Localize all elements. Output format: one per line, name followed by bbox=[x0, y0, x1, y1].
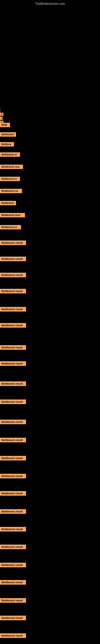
label-bottlenec-text: Bottlene bbox=[0, 142, 14, 146]
label-bottleneck-re-2: Bottleneck re bbox=[0, 177, 20, 181]
small-label-i-text: I bbox=[0, 117, 2, 120]
label-result-29: Bottleneck result bbox=[0, 563, 26, 567]
label-bottleneck-resul: Bottleneck resul bbox=[0, 213, 25, 217]
label-bottleneck-resul-text: Bottleneck resul bbox=[0, 213, 25, 217]
label-result-15: Bottleneck result bbox=[0, 307, 26, 312]
label-result-14: Bottleneck result bbox=[0, 289, 26, 294]
label-result-28: Bottleneck result bbox=[0, 544, 26, 549]
small-label-i: I bbox=[0, 116, 2, 120]
label-result-23-text: Bottleneck result bbox=[0, 456, 26, 460]
label-bottleneck-resu: Bottleneck resu bbox=[0, 164, 23, 169]
label-result-11: Bottleneck result bbox=[0, 240, 26, 245]
label-result-31-text: Bottleneck result bbox=[0, 598, 26, 603]
label-result-21-text: Bottleneck result bbox=[0, 420, 26, 424]
label-result-12: Bottleneck result bbox=[0, 256, 26, 261]
label-result-14-text: Bottleneck result bbox=[0, 289, 26, 294]
label-bottleneck-res: Bottleneck res bbox=[0, 189, 22, 193]
label-result-11-text: Bottleneck result bbox=[0, 240, 26, 245]
chart-area bbox=[0, 8, 100, 108]
label-result-25-text: Bottleneck result bbox=[0, 491, 26, 496]
label-result-32: Bottleneck result bbox=[0, 616, 26, 620]
label-result-28-text: Bottleneck result bbox=[0, 544, 26, 549]
site-header: TheBottlenecker.com bbox=[0, 0, 100, 8]
label-result-25: Bottleneck result bbox=[0, 491, 26, 496]
label-result-18-text: Bottleneck result bbox=[0, 361, 26, 366]
label-bottleneck-1: Bottleneck bbox=[0, 132, 16, 137]
site-title: TheBottlenecker.com bbox=[0, 0, 100, 8]
label-result-27-text: Bottleneck result bbox=[0, 527, 26, 532]
label-result-21: Bottleneck result bbox=[0, 420, 26, 424]
small-label-e1-text: E bbox=[0, 113, 3, 116]
label-result-27: Bottleneck result bbox=[0, 527, 26, 532]
label-bottl-text: Bottl bbox=[0, 123, 10, 127]
label-result-18: Bottleneck result bbox=[0, 361, 26, 366]
label-result-24: Bottleneck result bbox=[0, 474, 26, 478]
label-result-26: Bottleneck result bbox=[0, 509, 26, 514]
label-bottl: Bottl bbox=[0, 123, 10, 127]
label-result-31: Bottleneck result bbox=[0, 598, 26, 603]
label-result-30-text: Bottleneck result bbox=[0, 580, 26, 585]
label-result-13: Bottleneck result bbox=[0, 273, 26, 277]
label-result-22-text: Bottleneck result bbox=[0, 438, 26, 442]
label-result-16: Bottleneck result bbox=[0, 323, 26, 328]
label-bottleneck-re-1: Bottleneck re bbox=[0, 152, 20, 157]
label-result-20-text: Bottleneck result bbox=[0, 400, 26, 404]
label-result-20: Bottleneck result bbox=[0, 400, 26, 404]
label-result-26-text: Bottleneck result bbox=[0, 509, 26, 514]
label-result-32-text: Bottleneck result bbox=[0, 616, 26, 620]
label-result-17: Bottleneck result bbox=[0, 345, 26, 350]
label-result-33: Bottleneck result bbox=[0, 633, 26, 638]
label-result-33-text: Bottleneck result bbox=[0, 633, 26, 638]
label-result-29-text: Bottleneck result bbox=[0, 563, 26, 567]
label-bottleneck-res-text: Bottleneck res bbox=[0, 189, 22, 193]
label-result-16-text: Bottleneck result bbox=[0, 323, 26, 328]
label-result-17-text: Bottleneck result bbox=[0, 345, 26, 350]
label-bottleneck-re-2-text: Bottleneck re bbox=[0, 177, 20, 181]
label-result-22: Bottleneck result bbox=[0, 438, 26, 442]
label-result-12-text: Bottleneck result bbox=[0, 256, 26, 261]
label-bottleneck-re-3: Bottleneck re bbox=[0, 225, 21, 230]
label-result-13-text: Bottleneck result bbox=[0, 273, 26, 277]
label-result-23: Bottleneck result bbox=[0, 456, 26, 460]
label-bottleneck-2-text: Bottleneck bbox=[0, 201, 16, 205]
label-result-19: Bottleneck result bbox=[0, 381, 26, 386]
small-label-e1: E bbox=[0, 112, 3, 116]
label-result-30: Bottleneck result bbox=[0, 580, 26, 585]
label-bottleneck-1-text: Bottleneck bbox=[0, 132, 16, 137]
label-result-15-text: Bottleneck result bbox=[0, 307, 26, 312]
label-result-19-text: Bottleneck result bbox=[0, 381, 26, 386]
label-bottleneck-2: Bottleneck bbox=[0, 201, 16, 205]
label-bottleneck-resu-text: Bottleneck resu bbox=[0, 164, 23, 169]
label-bottleneck-re-1-text: Bottleneck re bbox=[0, 152, 20, 157]
label-bottleneck-re-3-text: Bottleneck re bbox=[0, 225, 21, 230]
label-result-24-text: Bottleneck result bbox=[0, 474, 26, 478]
label-bottlenec: Bottlene bbox=[0, 142, 14, 146]
